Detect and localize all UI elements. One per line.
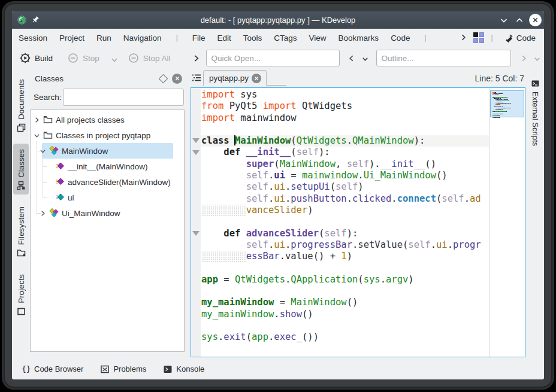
area-switcher-grid-icon[interactable] (473, 32, 484, 43)
dock-button-classes[interactable]: Classes (13, 144, 29, 195)
expander-open-icon[interactable] (34, 132, 40, 139)
method-icon (55, 177, 65, 187)
dock-label: Projects (17, 274, 26, 303)
menu-ctags[interactable]: CTags (268, 31, 303, 45)
build-button[interactable]: Build (20, 53, 53, 63)
dock-button-documents[interactable]: Documents (13, 74, 29, 137)
quickopen-prev-chevron-icon[interactable] (348, 53, 355, 64)
minimap-line (492, 113, 524, 113)
dock-button-projects[interactable]: Projects (13, 269, 29, 321)
fold-marker-icon[interactable] (192, 231, 200, 236)
expander-closed-icon[interactable] (34, 117, 40, 123)
code-line-19[interactable]: my_mainWindow = MainWindow() (201, 297, 479, 308)
code-line-8[interactable]: self.ui = mainwindow.Ui_MainWindow() (201, 170, 479, 181)
minimap-line (492, 93, 524, 94)
menu-session[interactable]: Session (13, 31, 53, 45)
tree-item-advanceslider-mainwindow-[interactable]: advanceSlider(MainWindow) (31, 174, 184, 190)
tree-item-__init__-mainwindow-[interactable]: __init__(MainWindow) (31, 159, 184, 174)
token: setupUi (291, 181, 330, 192)
code-line-16[interactable] (201, 262, 479, 274)
menu-navigation[interactable]: Navigation (117, 31, 168, 45)
code-session-button[interactable]: Code (500, 34, 538, 42)
code-line-18[interactable] (201, 285, 479, 297)
token: QtWidgets (297, 101, 352, 111)
quick-open-input[interactable] (206, 50, 340, 66)
code-line-10[interactable]: self.ui.pushButton.clicked.connect(self.… (201, 193, 479, 205)
menu-run[interactable]: Run (90, 31, 117, 45)
menubar-overflow-chevron-icon[interactable] (455, 34, 472, 42)
detach-toolview-icon[interactable] (159, 74, 168, 83)
tree-item-all-projects-classes[interactable]: All projects classes (31, 112, 184, 127)
code-line-12[interactable] (201, 216, 479, 227)
code-line-4[interactable] (201, 124, 479, 135)
token: self (324, 228, 346, 239)
minimize-button[interactable] (498, 14, 510, 26)
statusbar-konsole[interactable]: Konsole (163, 364, 204, 374)
menu-project[interactable]: Project (53, 31, 90, 45)
token: ) (307, 205, 313, 215)
fold-marker-icon[interactable] (192, 150, 200, 155)
titlebar[interactable]: default: - [ pyqtapp:pyqtapp.py ] — KDev… (12, 11, 544, 29)
nav-next-chevron-icon[interactable] (520, 53, 528, 64)
minimap[interactable] (489, 88, 525, 357)
token: app (252, 332, 268, 342)
minimap-line (492, 97, 524, 98)
code-line-6[interactable]: def __init__(self): (201, 147, 479, 158)
outline-input[interactable] (376, 50, 511, 66)
problems-icon (100, 364, 110, 374)
code-line-15[interactable]: essBar.value() + 1) (201, 251, 479, 262)
code-line-9[interactable]: self.ui.setupUi(self) (201, 181, 479, 193)
code-line-2[interactable]: from PyQt5 import QtWidgets (201, 101, 479, 112)
dock-button-filesystem[interactable]: Filesystem (13, 201, 29, 262)
token: value (285, 251, 313, 262)
code-line-17[interactable]: app = QtWidgets.QApplication(sys.argv) (201, 274, 479, 285)
fold-marker-icon[interactable] (192, 138, 200, 143)
code-line-7[interactable]: super(MainWindow, self).__init__() (201, 159, 479, 170)
menu-edit[interactable]: Edit (211, 31, 237, 45)
quickopen-down-chevron-icon[interactable] (361, 52, 369, 65)
classes-search-input[interactable] (63, 89, 184, 106)
classes-search-row: Search: (30, 87, 185, 107)
menu-code[interactable]: Code (385, 31, 416, 45)
code-line-20[interactable]: my_mainWindow.show() (201, 309, 479, 320)
stop-all-button[interactable]: Stop All (128, 53, 171, 63)
tree-item-ui_mainwindow[interactable]: Ui_MainWindow (31, 205, 184, 221)
token: self (408, 239, 430, 250)
code-line-14[interactable]: self.ui.progressBar.setValue(self.ui.pro… (201, 239, 479, 251)
toolbar-extension-chevron-icon[interactable] (192, 53, 200, 64)
tab-pyqtapp-py[interactable]: pyqtapp.py (203, 70, 267, 86)
nav-down-chevron-icon[interactable] (533, 52, 541, 65)
code-editor[interactable]: import sysfrom PyQt5 import QtWidgetsimp… (191, 87, 525, 357)
code-line-13[interactable]: def advanceSlider(self): (201, 228, 479, 239)
token (240, 147, 246, 157)
statusbar-code-browser[interactable]: {}Code Browser (21, 364, 83, 374)
minimap-view-indicator[interactable] (490, 90, 524, 117)
code-line-5[interactable]: class MainWindow(QtWidgets.QMainWindow): (201, 135, 479, 147)
tree-item-classes-in-project-pyqtapp[interactable]: Classes in project pyqtapp (31, 127, 184, 143)
menu-view[interactable]: View (303, 31, 333, 45)
maximize-button[interactable] (513, 14, 525, 26)
close-toolview-icon[interactable] (172, 74, 182, 84)
dock-button-external-scripts[interactable]: External Scripts (527, 74, 543, 151)
token: QApplication (291, 274, 358, 285)
code-line-22[interactable]: sys.exit(app.exec_()) (201, 332, 479, 343)
tab-close-icon[interactable] (252, 74, 261, 83)
statusbar-item-label: Code Browser (34, 364, 83, 373)
code-area[interactable]: import sysfrom PyQt5 import QtWidgetsimp… (201, 89, 479, 344)
code-line-21[interactable] (201, 320, 479, 332)
menu-file[interactable]: File (186, 31, 211, 45)
close-button[interactable] (529, 14, 542, 26)
stop-button[interactable]: Stop (68, 53, 118, 63)
code-line-1[interactable]: import sys (201, 89, 479, 101)
statusbar-problems[interactable]: Problems (100, 364, 146, 374)
minimap-line (492, 96, 524, 96)
code-line-3[interactable]: import mainwindow (201, 113, 479, 124)
menu-bookmarks[interactable]: Bookmarks (333, 31, 385, 45)
menu-tools[interactable]: Tools (237, 31, 268, 45)
tree-item-ui[interactable]: ui (31, 190, 184, 205)
tree-item-mainwindow[interactable]: MainWindow (31, 143, 184, 159)
document-list-icon[interactable] (192, 73, 201, 83)
token: self (442, 193, 464, 204)
code-line-11[interactable]: vanceSlider) (201, 205, 479, 216)
token: = (285, 170, 302, 181)
